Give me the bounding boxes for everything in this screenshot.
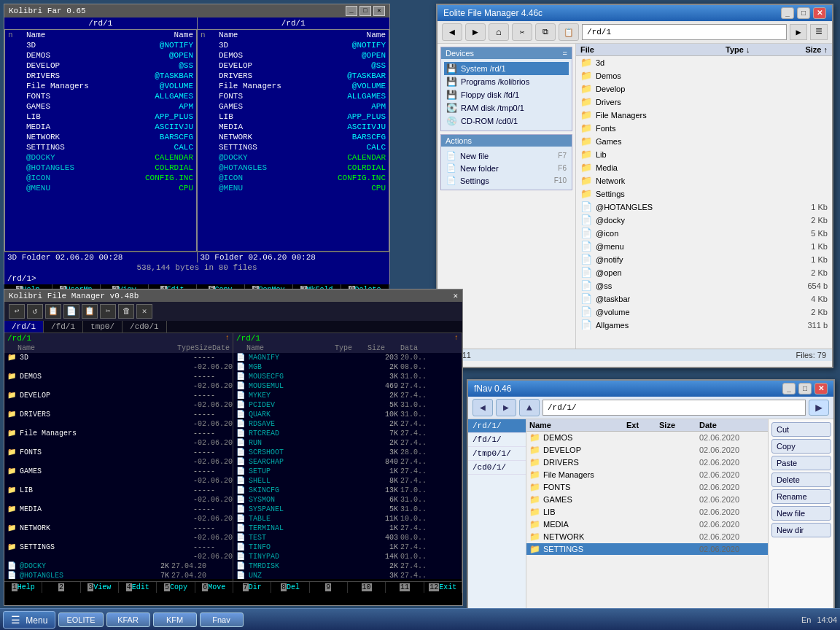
- kfar-left-item[interactable]: DEVELOP@SS: [5, 61, 196, 71]
- kfm-right-item[interactable]: 📄SKINCFG13K17.0..: [233, 486, 462, 495]
- kfm-delete-btn[interactable]: 🗑: [118, 304, 134, 319]
- eolite-device-item[interactable]: 💾System /rd/1: [444, 62, 569, 75]
- kfar-right-item[interactable]: @HOTANGLESCOLRDIAL: [198, 163, 389, 173]
- kfm-func-key[interactable]: 12Exit: [424, 582, 462, 593]
- kfm-left-item[interactable]: 📄@HOTANGLES7K27.04.20: [4, 571, 233, 579]
- eolite-file-item[interactable]: 📄@ss654 b: [576, 279, 832, 292]
- fnav-action-btn[interactable]: Paste: [771, 456, 831, 470]
- kfm-right-item[interactable]: 📄TMRDISK2K27.4..: [233, 561, 462, 571]
- fnav-path-input[interactable]: [542, 400, 806, 416]
- kfm-left-item[interactable]: 📁DEVELOP------02.06.20: [4, 391, 233, 410]
- kfm-func-key[interactable]: 4Edit: [119, 582, 157, 593]
- fnav-action-btn[interactable]: Copy: [771, 439, 831, 454]
- fnav-action-btn[interactable]: Cut: [771, 422, 831, 437]
- eolite-file-item[interactable]: 📁Games: [576, 135, 832, 148]
- kfar-left-item[interactable]: SETTINGSCALC: [5, 142, 196, 152]
- eolite-file-list[interactable]: 📁3d📁Demos📁Develop📁Drivers📁File Managers📁…: [576, 56, 832, 330]
- kfar-right-item[interactable]: MEDIAASCIIVJU: [198, 122, 389, 132]
- kfar-right-item[interactable]: @DOCKYCALENDAR: [198, 152, 389, 163]
- kfm-copy-btn[interactable]: 📋: [45, 304, 61, 319]
- kfm-right-item[interactable]: 📄RDSAVE2K27.4..: [233, 419, 462, 429]
- kfm-right-item[interactable]: 📄MAGNIFY20320.0..: [233, 353, 462, 362]
- fnav-file-item[interactable]: 📁LIB02.06.2020: [526, 506, 768, 518]
- kfm-right-item[interactable]: 📄UNZ3K27.4..: [233, 571, 462, 579]
- eolite-device-item[interactable]: 💽RAM disk /tmp0/1: [444, 101, 569, 114]
- eolite-back-btn[interactable]: ◀: [442, 23, 462, 41]
- fnav-close-btn[interactable]: ✕: [814, 383, 828, 394]
- kfar-right-item[interactable]: GAMESAPM: [198, 101, 389, 112]
- fnav-file-item[interactable]: 📁DEMOS02.06.2020: [526, 432, 768, 444]
- kfar-right-items[interactable]: 3D@NOTIFYDEMOS@OPENDEVELOP@SSDRIVERS@TAS…: [198, 40, 389, 233]
- kfm-refresh-btn[interactable]: ↺: [27, 304, 43, 319]
- fnav-file-item[interactable]: 📁MEDIA02.06.2020: [526, 518, 768, 531]
- kfar-left-item[interactable]: FONTSALLGAMES: [5, 91, 196, 101]
- kfm-paste-btn[interactable]: 📋: [82, 304, 98, 319]
- kfm-right-item[interactable]: 📄SETUP1K27.4..: [233, 467, 462, 476]
- kfm-func-key[interactable]: 11: [386, 582, 424, 593]
- fnav-file-item[interactable]: 📁DEVELOP02.06.2020: [526, 444, 768, 456]
- eolite-close-btn[interactable]: ✕: [813, 7, 826, 19]
- kfar-left-item[interactable]: @ICONCONFIG.INC: [5, 173, 196, 183]
- eolite-file-item[interactable]: 📁Drivers: [576, 96, 832, 109]
- kfar-right-item[interactable]: DEVELOP@SS: [198, 61, 389, 71]
- kfm-func-key[interactable]: 3View: [81, 582, 119, 593]
- kfm-left-item[interactable]: 📄@DOCKY2K27.04.20: [4, 561, 233, 571]
- eolite-minimize-btn[interactable]: _: [781, 7, 794, 19]
- kfar-left-item[interactable]: MEDIAASCIIVJU: [5, 122, 196, 132]
- kfm-right-item[interactable]: 📄TINFO1K27.4..: [233, 542, 462, 552]
- kfar-right-item[interactable]: @ICONCONFIG.INC: [198, 173, 389, 183]
- fnav-action-btn[interactable]: Delete: [771, 472, 831, 487]
- kfar-right-item[interactable]: NETWORKBARSCFG: [198, 132, 389, 142]
- kfm-right-item[interactable]: 📄PCIDEV5K31.0..: [233, 400, 462, 410]
- kfm-new-btn[interactable]: 📄: [63, 304, 79, 319]
- fnav-file-list[interactable]: 📁DEMOS02.06.2020📁DEVELOP02.06.2020📁DRIVE…: [526, 432, 768, 598]
- start-button[interactable]: ☰ Menu: [3, 611, 55, 629]
- kfar-right-item[interactable]: File Managers@VOLUME: [198, 81, 389, 91]
- kfm-left-item[interactable]: 📁MEDIA------02.06.20: [4, 505, 233, 524]
- kfar-left-item[interactable]: @MENUCPU: [5, 183, 196, 193]
- fnav-file-item[interactable]: 📁SETTINGS02.06.2020: [526, 543, 768, 556]
- kfm-func-key[interactable]: 7Dir: [233, 582, 271, 593]
- kfm-left-item[interactable]: 📁File Managers------02.06.20: [4, 429, 233, 448]
- kfar-right-item[interactable]: DRIVERS@TASKBAR: [198, 71, 389, 81]
- eolite-action-item[interactable]: 📄New fileF7: [444, 149, 569, 162]
- taskbar-task-btn[interactable]: KFM: [153, 612, 197, 627]
- kfar-right-item[interactable]: LIBAPP_PLUS: [198, 112, 389, 122]
- kfm-right-item[interactable]: 📄RTCREAD7K27.4..: [233, 429, 462, 438]
- eolite-file-item[interactable]: 📄@taskbar4 Kb: [576, 292, 832, 306]
- kfm-func-key[interactable]: 9: [310, 582, 348, 593]
- eolite-device-item[interactable]: 💾Programs /kolibrios: [444, 75, 569, 88]
- fnav-maximize-btn[interactable]: □: [798, 383, 812, 394]
- taskbar-task-btn[interactable]: KFAR: [106, 612, 150, 627]
- kfm-right-item[interactable]: 📄TEST40308.0..: [233, 533, 462, 542]
- kfm-func-key[interactable]: 2: [42, 582, 80, 593]
- eolite-file-item[interactable]: 📄@notify1 Kb: [576, 253, 832, 266]
- fnav-action-btn[interactable]: New file: [771, 506, 831, 521]
- kfar-left-item[interactable]: LIBAPP_PLUS: [5, 112, 196, 122]
- eolite-go-btn[interactable]: ▶: [790, 24, 807, 40]
- kfar-right-item[interactable]: FONTSALLGAMES: [198, 91, 389, 101]
- kfar-left-item[interactable]: DRIVERS@TASKBAR: [5, 71, 196, 81]
- fnav-back-btn[interactable]: ◀: [472, 399, 493, 416]
- kfm-func-key[interactable]: 6Move: [195, 582, 233, 593]
- kfm-left-item[interactable]: 📁3D------02.06.20: [4, 353, 233, 372]
- eolite-file-item[interactable]: 📁Media: [576, 161, 832, 174]
- kfm-right-item[interactable]: 📄SYSMON6K31.0..: [233, 495, 462, 505]
- kfm-right-item[interactable]: 📄TINYPAD14K01.0..: [233, 552, 462, 561]
- kfar-left-item[interactable]: File Managers@VOLUME: [5, 81, 196, 91]
- eolite-device-item[interactable]: 💾Floppy disk /fd/1: [444, 88, 569, 101]
- fnav-file-item[interactable]: 📁File Managers02.06.2020: [526, 469, 768, 481]
- eolite-file-item[interactable]: 📄@open2 Kb: [576, 266, 832, 279]
- taskbar-task-btn[interactable]: EOLITE: [58, 612, 103, 627]
- kfm-right-item[interactable]: 📄SYSPANEL5K31.0..: [233, 505, 462, 514]
- kfm-x-btn[interactable]: ✕: [136, 304, 152, 319]
- kfm-func-key[interactable]: 5Copy: [157, 582, 195, 593]
- eolite-home-btn[interactable]: ⌂: [489, 23, 509, 41]
- kfar-left-item[interactable]: @DOCKYCALENDAR: [5, 152, 196, 163]
- kfm-right-item[interactable]: 📄RUN2K27.4..: [233, 438, 462, 448]
- fnav-action-btn[interactable]: New dir: [771, 523, 831, 537]
- kfar-maximize-btn[interactable]: □: [359, 6, 371, 16]
- kfar-right-item[interactable]: SETTINGSCALC: [198, 142, 389, 152]
- kfar-right-item[interactable]: @MENUCPU: [198, 183, 389, 193]
- kfm-right-items[interactable]: 📄MAGNIFY20320.0..📄MGB2K08.0..📄MOUSECFG3K…: [233, 353, 462, 579]
